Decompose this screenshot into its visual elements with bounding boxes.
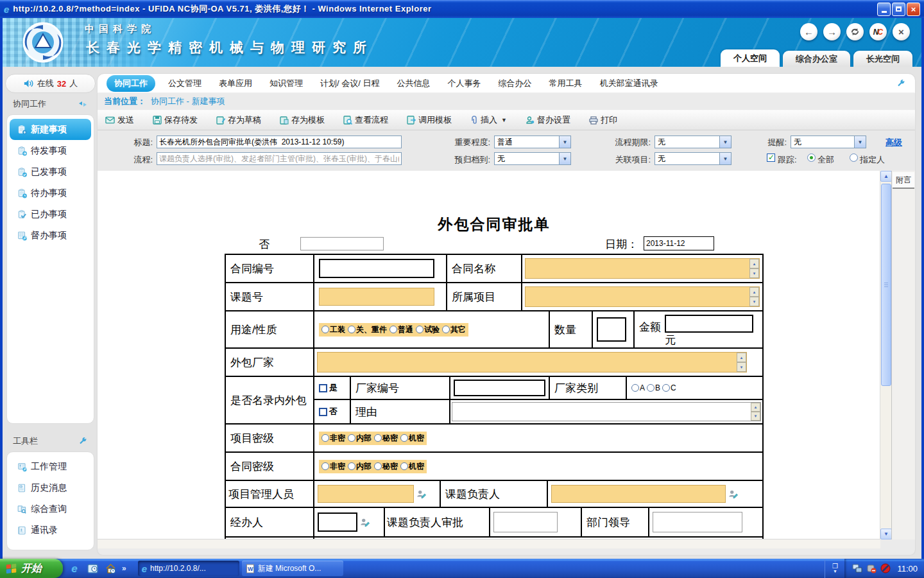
qty-input[interactable] [597,317,626,342]
send-button[interactable]: 发送 [105,114,134,126]
vendor-type-a-radio[interactable] [631,384,639,392]
person-picker-icon[interactable] [359,517,370,527]
menu-wrench-icon[interactable] [896,79,906,89]
usage-radio-test[interactable] [416,326,424,333]
network-tray-icon[interactable] [852,563,862,574]
inlist-yes-checkbox[interactable] [319,384,327,392]
vendor-textarea[interactable]: ▲▼ [317,352,747,372]
dept-leader-input[interactable] [653,512,742,532]
tab-general-office[interactable]: 综合办公室 [783,51,850,67]
menu-dept-contacts[interactable]: 机关部室通讯录 [599,78,658,89]
collapse-arrows-icon[interactable] [78,100,88,108]
track-checkbox[interactable] [767,153,775,162]
home-quicklaunch-icon[interactable] [104,562,117,575]
track-specified-radio[interactable] [850,153,858,162]
contract-secret-none-radio[interactable] [321,462,329,470]
sidebar-item-to-send[interactable]: 待发事项 [10,140,91,161]
menu-collaboration[interactable]: 协同工作 [107,75,155,92]
spinner[interactable]: ▲▼ [749,287,759,306]
usage-radio-critical[interactable] [348,326,355,333]
reason-textarea[interactable]: ▲▼ [452,402,761,421]
refresh-icon[interactable] [846,23,864,40]
usage-radio-other[interactable] [442,326,450,333]
maximize-button[interactable] [892,3,905,16]
menu-common-tools[interactable]: 常用工具 [549,78,582,89]
contract-no-input[interactable] [319,259,434,278]
supervise-settings-button[interactable]: 督办设置 [526,114,570,126]
spinner[interactable]: ▲▼ [751,403,760,421]
contract-secret-internal-radio[interactable] [348,462,355,470]
tab-changguang-space[interactable]: 长光空间 [853,51,912,67]
menu-forms[interactable]: 表单应用 [219,78,252,89]
subject-no-input[interactable] [319,288,434,306]
app-quicklaunch-icon[interactable] [86,562,99,575]
ie-quicklaunch-icon[interactable]: e [68,562,81,575]
usage-radio-normal[interactable] [389,326,397,333]
blocked-app-tray-icon[interactable] [866,563,877,574]
save-template-button[interactable]: 存为模板 [280,114,325,126]
flow-input[interactable] [157,152,402,165]
back-icon[interactable]: ← [800,23,817,40]
save-draft-button[interactable]: 存为草稿 [216,114,261,126]
menu-general-office[interactable]: 综合办公 [498,78,531,89]
sidebar-item-done[interactable]: 已办事项 [10,204,91,225]
scroll-up-button[interactable]: ▲ [880,171,892,182]
no-entry-tray-icon[interactable] [880,563,891,574]
banner-close-icon[interactable]: × [893,23,910,40]
inlist-no-checkbox[interactable] [319,408,327,416]
forward-icon[interactable]: → [823,23,841,40]
menu-knowledge[interactable]: 知识管理 [270,78,303,89]
task-word-doc[interactable]: W 新建 Microsoft O... [242,561,343,576]
proj-secret-internal-radio[interactable] [348,434,355,442]
view-flow-button[interactable]: 查看流程 [343,114,388,126]
sidebar-item-supervise[interactable]: 督办事项 [10,225,91,246]
task-ie-window[interactable]: e http://10.2.0.8/... [138,561,239,576]
tools-wrench-icon[interactable] [78,437,88,446]
menu-personal-affairs[interactable]: 个人事务 [447,78,481,89]
spinner[interactable]: ▲▼ [737,353,746,372]
proj-mgr-input[interactable] [318,485,414,503]
horizontal-scrollbar[interactable] [98,539,880,548]
handler-input[interactable] [318,512,357,532]
proj-secret-confidential-radio[interactable] [400,434,408,442]
project-textarea[interactable]: ▲▼ [525,286,760,307]
sidebar-item-combined-query[interactable]: 综合查询 [10,498,91,520]
related-project-select[interactable]: 无▼ [654,152,732,165]
proj-secret-secret-radio[interactable] [374,434,382,442]
proj-secret-none-radio[interactable] [321,434,329,442]
nc-logo-icon[interactable]: NC [869,23,887,40]
insert-button[interactable]: 插入 ▼ [470,114,507,126]
menu-documents[interactable]: 公文管理 [168,78,201,89]
spinner[interactable]: ▲▼ [749,259,759,278]
sidebar-item-new-item[interactable]: 新建事项 [10,119,91,140]
contract-name-textarea[interactable]: ▲▼ [525,258,760,279]
online-users-button[interactable]: 在线 32 人 [5,74,96,93]
leader-approve-input[interactable] [493,512,558,532]
remind-select[interactable]: 无▼ [791,136,866,148]
postscript-tab[interactable]: 附言 [893,172,914,189]
person-picker-icon[interactable] [416,489,427,499]
amount-input[interactable] [665,315,753,333]
breadcrumb-path[interactable]: 协同工作 - 新建事项 [151,96,225,107]
close-button[interactable]: × [907,3,920,16]
importance-select[interactable]: 普通▼ [494,136,571,148]
subject-leader-input[interactable] [551,485,726,503]
vendor-no-input[interactable] [454,380,545,396]
sidebar-item-contacts[interactable]: 通讯录 [10,520,91,541]
toolbar-handle[interactable]: ❐ ▼ [825,559,844,578]
contract-secret-secret-radio[interactable] [374,462,382,470]
minimize-button[interactable] [877,3,891,16]
sidebar-item-work-mgmt[interactable]: 工作管理 [10,456,91,477]
archive-select[interactable]: 无▼ [494,152,571,165]
sidebar-item-history-msgs[interactable]: 历史消息 [10,477,91,498]
title-input[interactable] [157,136,402,148]
vendor-type-b-radio[interactable] [647,384,654,392]
print-button[interactable]: 打印 [589,114,617,126]
form-date-input[interactable] [644,236,714,250]
scrollbar-thumb[interactable] [881,184,891,386]
menu-plan-meeting-schedule[interactable]: 计划/ 会议/ 日程 [320,78,379,89]
menu-public-info[interactable]: 公共信息 [397,78,430,89]
tab-personal-space[interactable]: 个人空间 [721,49,780,67]
person-picker-icon[interactable] [728,489,739,499]
usage-radio-tooling[interactable] [321,326,329,333]
